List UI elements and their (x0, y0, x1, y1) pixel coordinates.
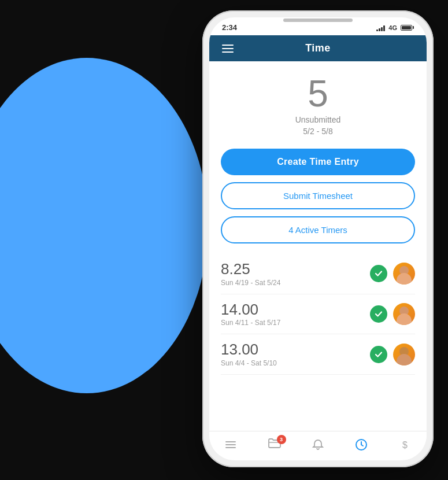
status-icons: 4G (376, 24, 414, 31)
nav-bar: Time (209, 35, 427, 61)
entry-dates: Sun 4/19 - Sat 5/24 (221, 279, 364, 287)
bell-icon (312, 438, 324, 451)
folder-badge: 3 (277, 435, 286, 444)
tab-money[interactable]: $ (399, 438, 412, 451)
entry-hours: 13.00 (221, 341, 364, 358)
active-timers-button[interactable]: 4 Active Timers (221, 216, 415, 243)
background-blob (0, 58, 208, 393)
svg-text:$: $ (402, 440, 408, 450)
tab-bar: 3 $ (209, 431, 427, 460)
status-time: 2:34 (222, 23, 237, 32)
clock-icon (354, 438, 368, 452)
phone-screen: 2:34 4G (209, 17, 427, 460)
entry-info: 8.25 Sun 4/19 - Sat 5/24 (221, 261, 364, 287)
battery-icon (401, 25, 414, 31)
entry-hours: 14.00 (221, 301, 364, 318)
tab-time[interactable] (354, 438, 368, 452)
entry-info: 13.00 Sun 4/4 - Sat 5/10 (221, 341, 364, 367)
nav-title: Time (234, 42, 402, 54)
menu-button[interactable] (222, 45, 234, 53)
entry-dates: Sun 4/11 - Sat 5/17 (221, 319, 364, 327)
submit-timesheet-button[interactable]: Submit Timesheet (221, 182, 415, 209)
dollar-icon: $ (399, 438, 412, 451)
main-content: 5 Unsubmitted 5/2 - 5/8 Create Time Entr… (209, 61, 427, 431)
check-icon (370, 346, 387, 363)
create-time-entry-button[interactable]: Create Time Entry (221, 149, 415, 175)
table-row[interactable]: 13.00 Sun 4/4 - Sat 5/10 (221, 334, 415, 375)
avatar (393, 263, 415, 285)
phone-device: 2:34 4G (202, 10, 434, 467)
check-icon (370, 305, 387, 323)
signal-icon (376, 24, 385, 31)
tab-list[interactable] (224, 438, 237, 451)
entries-list: 8.25 Sun 4/19 - Sat 5/24 (221, 254, 415, 375)
table-row[interactable]: 8.25 Sun 4/19 - Sat 5/24 (221, 254, 415, 294)
phone-notch (283, 19, 353, 22)
avatar (393, 344, 415, 365)
network-label: 4G (388, 24, 397, 31)
scene: 2:34 4G (0, 0, 448, 480)
check-icon (370, 265, 387, 282)
table-row[interactable]: 14.00 Sun 4/11 - Sat 5/17 (221, 294, 415, 335)
tab-folder[interactable]: 3 (268, 437, 282, 452)
entry-hours: 8.25 (221, 261, 364, 278)
entry-info: 14.00 Sun 4/11 - Sat 5/17 (221, 301, 364, 327)
entry-dates: Sun 4/4 - Sat 5/10 (221, 359, 364, 367)
unsubmitted-label: Unsubmitted 5/2 - 5/8 (295, 115, 341, 137)
avatar (393, 303, 415, 325)
tab-notifications[interactable] (312, 438, 324, 451)
unsubmitted-count: 5 (308, 75, 328, 112)
list-icon (224, 438, 237, 451)
